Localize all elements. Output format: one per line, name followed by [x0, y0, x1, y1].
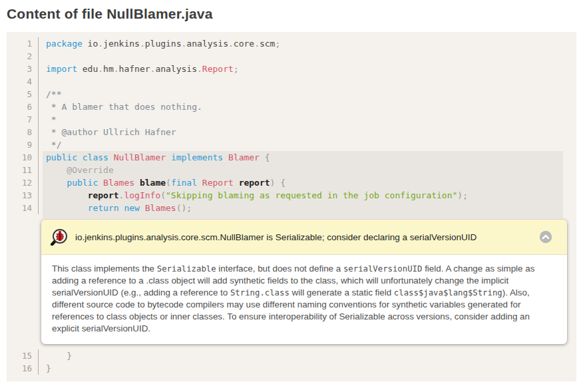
- code-line: 4: [7, 75, 576, 88]
- code-text: public class NullBlamer implements Blame…: [43, 151, 563, 164]
- line-number: 11: [7, 164, 39, 176]
- code-text: import edu.hm.hafner.analysis.Report;: [43, 63, 563, 75]
- line-number: 16: [7, 362, 39, 375]
- code-text: *: [43, 113, 563, 126]
- line-number: 2: [7, 50, 39, 63]
- code-line: 3import edu.hm.hafner.analysis.Report;: [7, 63, 576, 75]
- code-text: * @author Ullrich Hafner: [43, 126, 563, 138]
- code-text: public Blames blame(final Report report)…: [43, 176, 563, 189]
- line-number: 10: [7, 151, 39, 164]
- code-text: [43, 50, 563, 63]
- page: Content of file NullBlamer.java 1package…: [0, 6, 583, 381]
- line-number: 8: [7, 126, 39, 138]
- collapse-issue-button[interactable]: [539, 230, 552, 244]
- code-text: /**: [43, 88, 563, 100]
- code-line: 1package io.jenkins.plugins.analysis.cor…: [7, 37, 576, 50]
- chevron-up-icon: [539, 236, 552, 246]
- code-text: [43, 75, 563, 88]
- issue-title: io.jenkins.plugins.analysis.core.scm.Nul…: [75, 232, 477, 242]
- code-line: 14 return new Blames();: [7, 202, 576, 214]
- code-line: 6 * A blamer that does nothing.: [7, 100, 576, 113]
- code-line: 13 report.logInfo("Skipping blaming as r…: [7, 189, 576, 202]
- line-number: 15: [7, 349, 39, 362]
- line-number: 9: [7, 138, 39, 151]
- code-text: * A blamer that does nothing.: [43, 100, 563, 113]
- line-number: 3: [7, 63, 39, 75]
- line-number: 4: [7, 75, 39, 88]
- code-line: 12 public Blames blame(final Report repo…: [7, 176, 576, 189]
- code-line: 11 @Override: [7, 164, 576, 176]
- line-number: 1: [7, 37, 39, 50]
- code-line: 7 *: [7, 113, 576, 126]
- code-lines-after-popup: 15 }16}: [7, 349, 576, 375]
- line-number: 12: [7, 176, 39, 189]
- line-number: 13: [7, 189, 39, 202]
- source-code-viewer: 1package io.jenkins.plugins.analysis.cor…: [7, 32, 576, 381]
- spotbugs-bug-icon: [51, 228, 68, 246]
- code-text: */: [43, 138, 563, 151]
- code-text: @Override: [43, 164, 563, 176]
- code-text: report.logInfo("Skipping blaming as requ…: [43, 189, 563, 202]
- code-line: 10public class NullBlamer implements Bla…: [7, 151, 576, 164]
- code-line: 2: [7, 50, 576, 63]
- line-number: 14: [7, 202, 39, 214]
- code-line: 5/**: [7, 88, 576, 100]
- issue-description: This class implements the Serializable i…: [41, 255, 567, 344]
- code-line: 8 * @author Ullrich Hafner: [7, 126, 576, 138]
- code-lines-before-popup: 1package io.jenkins.plugins.analysis.cor…: [7, 37, 576, 214]
- issue-popup: io.jenkins.plugins.analysis.core.scm.Nul…: [41, 220, 567, 344]
- code-text: return new Blames();: [43, 202, 563, 214]
- code-text: package io.jenkins.plugins.analysis.core…: [43, 37, 563, 50]
- line-number: 7: [7, 113, 39, 126]
- code-line: 9 */: [7, 138, 576, 151]
- code-line: 16}: [7, 362, 576, 375]
- code-text: }: [43, 349, 563, 362]
- code-text: }: [43, 362, 563, 375]
- issue-popup-header: io.jenkins.plugins.analysis.core.scm.Nul…: [41, 220, 567, 255]
- line-number: 5: [7, 88, 39, 100]
- line-number: 6: [7, 100, 39, 113]
- code-line: 15 }: [7, 349, 576, 362]
- page-title: Content of file NullBlamer.java: [7, 6, 583, 22]
